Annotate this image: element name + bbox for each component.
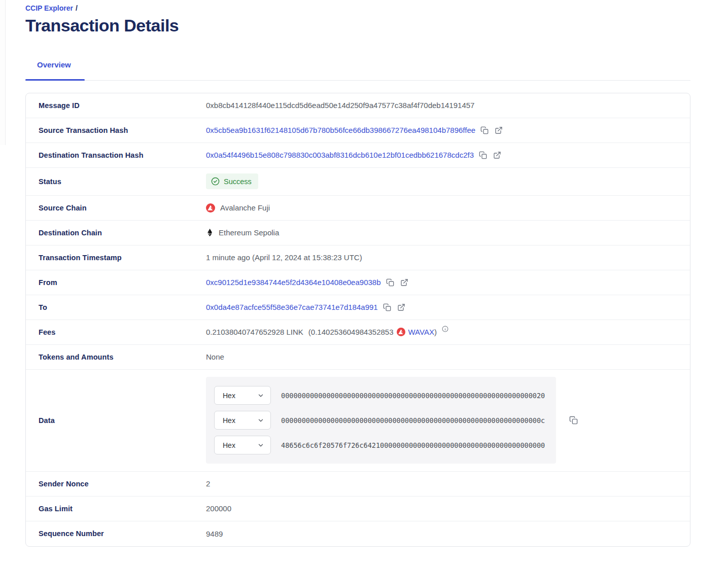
encoding-select-value: Hex (223, 441, 235, 449)
row-tokens-amounts: Tokens and Amounts None (26, 345, 690, 370)
data-hex-value: 0000000000000000000000000000000000000000… (281, 416, 545, 425)
external-link-icon[interactable] (492, 150, 502, 160)
row-data: Data Hex 0000000000000000000000000000000… (26, 370, 690, 472)
encoding-select-value: Hex (223, 392, 235, 400)
source-chain-value: Avalanche Fuji (220, 203, 270, 212)
dest-tx-hash-link[interactable]: 0x0a54f4496b15e808c798830c003abf8316dcb6… (206, 151, 474, 159)
message-id-value: 0xb8cb414128f440e115dcd5d6ead50e14d250f9… (206, 101, 474, 110)
row-to: To 0x0da4e87acfce55f58e36e7cae73741e7d18… (26, 295, 690, 320)
from-label: From (26, 278, 206, 287)
timestamp-value: 1 minute ago (April 12, 2024 at 15:38:23… (206, 253, 362, 262)
fees-link-amount: 0.21038040747652928 LINK (206, 328, 303, 336)
tokens-amounts-label: Tokens and Amounts (26, 353, 206, 361)
row-source-tx-hash: Source Transaction Hash 0x5cb5ea9b1631f6… (26, 118, 690, 143)
row-dest-tx-hash: Destination Transaction Hash 0x0a54f4496… (26, 143, 690, 168)
chevron-down-icon (257, 442, 264, 449)
copy-icon[interactable] (382, 302, 392, 312)
transaction-details-card: Message ID 0xb8cb414128f440e115dcd5d6ead… (25, 93, 690, 547)
chevron-down-icon (257, 417, 264, 424)
external-link-icon[interactable] (494, 125, 504, 135)
gas-limit-value: 200000 (206, 504, 231, 513)
dest-chain-label: Destination Chain (26, 229, 206, 237)
row-from: From 0xc90125d1e9384744e5f2d4364e10408e0… (26, 270, 690, 295)
to-address-link[interactable]: 0x0da4e87acfce55f58e36e7cae73741e7d184a9… (206, 303, 378, 311)
tab-overview[interactable]: Overview (25, 60, 83, 80)
encoding-select-value: Hex (223, 416, 235, 425)
status-label: Status (26, 178, 206, 186)
transaction-details-page: CCIP Explorer/ Transaction Details Overv… (25, 0, 690, 547)
row-dest-chain: Destination Chain Ethereum Sepolia (26, 221, 690, 245)
info-icon[interactable] (442, 326, 448, 332)
from-address-link[interactable]: 0xc90125d1e9384744e5f2d4364e10408e0ea903… (206, 278, 381, 287)
breadcrumb-ccip-explorer-link[interactable]: CCIP Explorer (25, 4, 73, 12)
row-source-chain: Source Chain Avalanche Fuji (26, 196, 690, 221)
row-message-id: Message ID 0xb8cb414128f440e115dcd5d6ead… (26, 93, 690, 118)
copy-icon[interactable] (478, 150, 488, 160)
copy-icon[interactable] (568, 415, 578, 426)
avalanche-icon (397, 328, 405, 336)
dest-tx-hash-label: Destination Transaction Hash (26, 151, 206, 159)
source-tx-hash-label: Source Transaction Hash (26, 126, 206, 134)
dest-chain-value: Ethereum Sepolia (219, 228, 279, 237)
row-status: Status Success (26, 168, 690, 196)
status-badge: Success (206, 173, 258, 189)
sender-nonce-value: 2 (206, 479, 210, 488)
breadcrumb-separator: / (76, 4, 78, 12)
timestamp-label: Transaction Timestamp (26, 254, 206, 262)
tab-bar: Overview (25, 60, 690, 81)
to-label: To (26, 303, 206, 311)
ethereum-icon (206, 228, 214, 237)
status-badge-text: Success (224, 178, 252, 186)
data-line: Hex 000000000000000000000000000000000000… (214, 411, 548, 430)
data-line: Hex 000000000000000000000000000000000000… (214, 386, 548, 405)
row-fees: Fees 0.21038040747652928 LINK (0.1402536… (26, 320, 690, 345)
sender-nonce-label: Sender Nonce (26, 480, 206, 488)
copy-icon[interactable] (385, 277, 395, 288)
source-chain-label: Source Chain (26, 204, 206, 212)
message-id-label: Message ID (26, 101, 206, 110)
check-circle-icon (211, 177, 220, 186)
sequence-number-value: 9489 (206, 529, 223, 538)
data-hex-box: Hex 000000000000000000000000000000000000… (206, 377, 556, 464)
page-title: Transaction Details (25, 15, 690, 36)
row-timestamp: Transaction Timestamp 1 minute ago (Apri… (26, 245, 690, 270)
left-rail-divider (0, 0, 6, 145)
fees-converted-suffix: ) (434, 328, 437, 336)
data-hex-value: 48656c6c6f20576f726c64210000000000000000… (281, 441, 545, 449)
encoding-select[interactable]: Hex (214, 411, 271, 430)
fees-wavax-symbol[interactable]: WAVAX (408, 328, 434, 336)
row-sender-nonce: Sender Nonce 2 (26, 472, 690, 497)
external-link-icon[interactable] (399, 277, 409, 288)
gas-limit-label: Gas Limit (26, 505, 206, 513)
encoding-select[interactable]: Hex (214, 436, 271, 454)
fees-converted-prefix: (0.140253604984352853 (308, 328, 394, 336)
sequence-number-label: Sequence Number (26, 529, 206, 538)
encoding-select[interactable]: Hex (214, 386, 271, 405)
source-tx-hash-link[interactable]: 0x5cb5ea9b1631f62148105d67b780b56fce66db… (206, 126, 475, 134)
avalanche-icon (206, 203, 215, 213)
chevron-down-icon (257, 392, 264, 399)
external-link-icon[interactable] (396, 302, 406, 312)
copy-icon[interactable] (479, 125, 490, 135)
data-hex-value: 0000000000000000000000000000000000000000… (281, 392, 545, 400)
fees-label: Fees (26, 328, 206, 336)
breadcrumb: CCIP Explorer/ (25, 0, 690, 12)
data-line: Hex 48656c6c6f20576f726c6421000000000000… (214, 436, 548, 454)
tokens-amounts-value: None (206, 352, 224, 361)
row-gas-limit: Gas Limit 200000 (26, 497, 690, 521)
tab-active-indicator (25, 79, 85, 81)
row-sequence-number: Sequence Number 9489 (26, 521, 690, 546)
data-label: Data (26, 416, 206, 425)
